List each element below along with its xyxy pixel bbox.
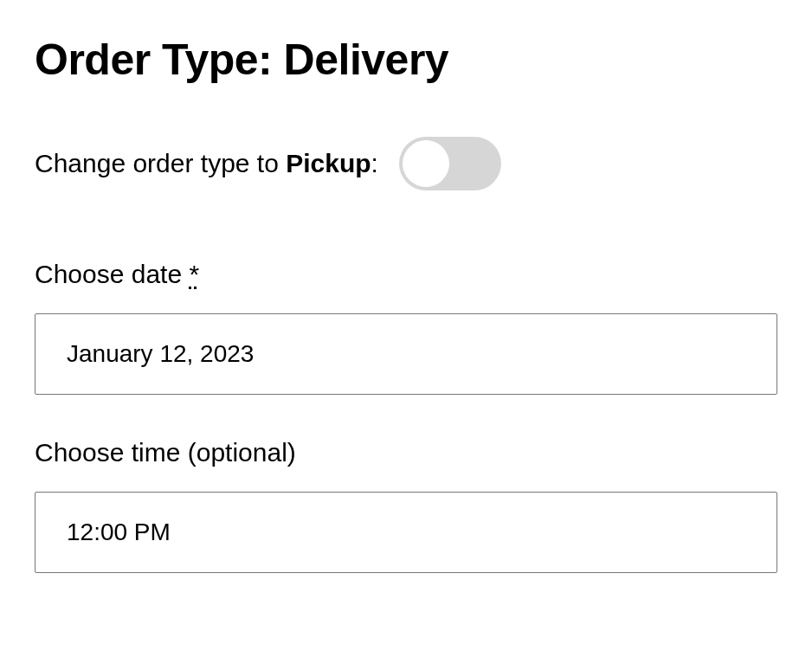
toggle-label-prefix: Change order type to — [35, 149, 286, 177]
date-input[interactable] — [35, 313, 777, 395]
order-type-toggle-row: Change order type to Pickup: — [35, 137, 777, 190]
date-label-text: Choose date — [35, 260, 189, 288]
date-field-label: Choose date * — [35, 260, 777, 289]
time-input[interactable] — [35, 492, 777, 573]
order-type-toggle[interactable] — [399, 137, 501, 190]
required-mark: * — [189, 260, 199, 288]
toggle-knob-icon — [403, 140, 449, 187]
time-field-label: Choose time (optional) — [35, 438, 777, 467]
order-type-toggle-label: Change order type to Pickup: — [35, 149, 378, 178]
toggle-label-suffix: : — [371, 149, 378, 177]
page-title-prefix: Order Type: — [35, 35, 284, 84]
page-title: Order Type: Delivery — [35, 35, 777, 85]
time-field-group: Choose time (optional) — [35, 438, 777, 573]
date-field-group: Choose date * — [35, 260, 777, 395]
toggle-label-bold: Pickup — [286, 149, 371, 177]
page-title-value: Delivery — [284, 35, 449, 84]
